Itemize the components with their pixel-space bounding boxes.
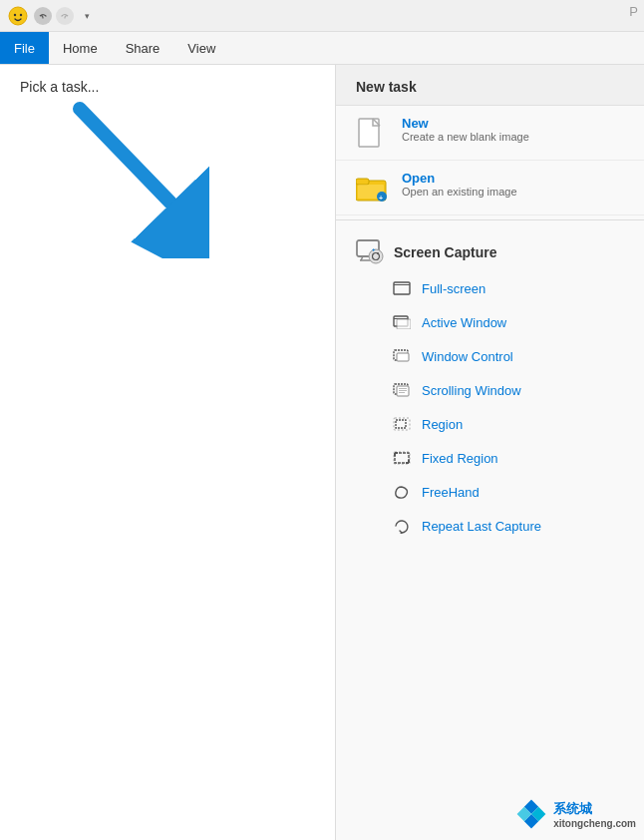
freehand-capture-item[interactable]: FreeHand bbox=[336, 475, 644, 509]
region-icon bbox=[392, 414, 412, 434]
ribbon-tabs: File Home Share View bbox=[0, 32, 644, 64]
screen-capture-icon: + bbox=[356, 236, 384, 267]
title-bar: ▾ P bbox=[0, 0, 644, 32]
app-icon bbox=[8, 6, 28, 26]
svg-rect-19 bbox=[394, 282, 410, 294]
active-window-icon bbox=[392, 312, 412, 332]
svg-rect-7 bbox=[356, 179, 369, 185]
branding: 系统城 xitongcheng.com bbox=[513, 796, 636, 832]
open-task-item[interactable]: + Open Open an existing image bbox=[336, 161, 644, 215]
quick-access-toolbar: ▾ bbox=[34, 7, 96, 25]
right-panel: New task New Create a new blank image bbox=[335, 65, 644, 840]
window-control-capture-item[interactable]: Window Control bbox=[336, 339, 644, 373]
new-file-icon bbox=[356, 118, 388, 150]
svg-rect-27 bbox=[397, 386, 409, 396]
svg-text:+: + bbox=[379, 195, 383, 202]
fullscreen-capture-item[interactable]: Full-screen bbox=[336, 271, 644, 305]
fullscreen-icon bbox=[392, 278, 412, 298]
redo-button[interactable] bbox=[56, 7, 74, 25]
new-task-title: New bbox=[402, 116, 529, 131]
tab-file[interactable]: File bbox=[0, 32, 49, 64]
svg-rect-32 bbox=[396, 420, 406, 428]
new-task-text: New Create a new blank image bbox=[402, 116, 529, 143]
active-window-label: Active Window bbox=[422, 315, 506, 330]
svg-point-2 bbox=[20, 13, 22, 15]
new-task-desc: Create a new blank image bbox=[402, 131, 529, 143]
freehand-label: FreeHand bbox=[422, 485, 480, 500]
svg-point-0 bbox=[9, 7, 27, 25]
region-label: Region bbox=[422, 417, 463, 432]
main-content: Pick a task... New task bbox=[0, 65, 644, 840]
svg-rect-23 bbox=[397, 319, 411, 329]
scrolling-window-icon bbox=[392, 380, 412, 400]
svg-rect-5 bbox=[359, 119, 379, 147]
svg-rect-25 bbox=[397, 353, 409, 361]
svg-point-17 bbox=[377, 252, 379, 254]
section-divider bbox=[336, 219, 644, 220]
brand-logo bbox=[513, 796, 549, 832]
region-capture-item[interactable]: Region bbox=[336, 407, 644, 441]
tab-share[interactable]: Share bbox=[112, 32, 174, 64]
new-task-header: New task bbox=[336, 65, 644, 106]
tab-home[interactable]: Home bbox=[49, 32, 112, 64]
svg-rect-34 bbox=[395, 453, 409, 463]
scrolling-window-capture-item[interactable]: Scrolling Window bbox=[336, 373, 644, 407]
freehand-icon bbox=[392, 482, 412, 502]
svg-text:+: + bbox=[372, 246, 376, 252]
screen-capture-label: Screen Capture bbox=[394, 244, 496, 260]
left-panel: Pick a task... bbox=[0, 65, 335, 840]
window-control-label: Window Control bbox=[422, 349, 513, 364]
quick-access-dropdown[interactable]: ▾ bbox=[78, 7, 96, 25]
open-folder-icon: + bbox=[356, 173, 388, 205]
blue-arrow bbox=[10, 89, 209, 258]
repeat-icon bbox=[392, 516, 412, 536]
fixed-region-capture-item[interactable]: Fixed Region bbox=[336, 441, 644, 475]
watermark: P bbox=[623, 0, 644, 23]
new-task-item[interactable]: New Create a new blank image bbox=[336, 106, 644, 161]
open-task-text: Open Open an existing image bbox=[402, 171, 517, 198]
undo-button[interactable] bbox=[34, 7, 52, 25]
fullscreen-label: Full-screen bbox=[422, 281, 485, 296]
screen-capture-header: + Screen Capture bbox=[336, 224, 644, 271]
brand-name: 系统城 bbox=[553, 800, 636, 818]
window-control-icon bbox=[392, 346, 412, 366]
repeat-capture-item[interactable]: Repeat Last Capture bbox=[336, 509, 644, 543]
open-task-desc: Open an existing image bbox=[402, 186, 517, 198]
tab-view[interactable]: View bbox=[173, 32, 229, 64]
open-task-title: Open bbox=[402, 171, 517, 186]
active-window-capture-item[interactable]: Active Window bbox=[336, 305, 644, 339]
svg-point-1 bbox=[14, 13, 16, 15]
repeat-last-capture-label: Repeat Last Capture bbox=[422, 519, 541, 534]
fixed-region-label: Fixed Region bbox=[422, 451, 498, 466]
brand-url: xitongcheng.com bbox=[553, 818, 636, 829]
scrolling-window-label: Scrolling Window bbox=[422, 383, 521, 398]
svg-line-4 bbox=[80, 109, 209, 258]
fixed-region-icon bbox=[392, 448, 412, 468]
ribbon: File Home Share View bbox=[0, 32, 644, 65]
